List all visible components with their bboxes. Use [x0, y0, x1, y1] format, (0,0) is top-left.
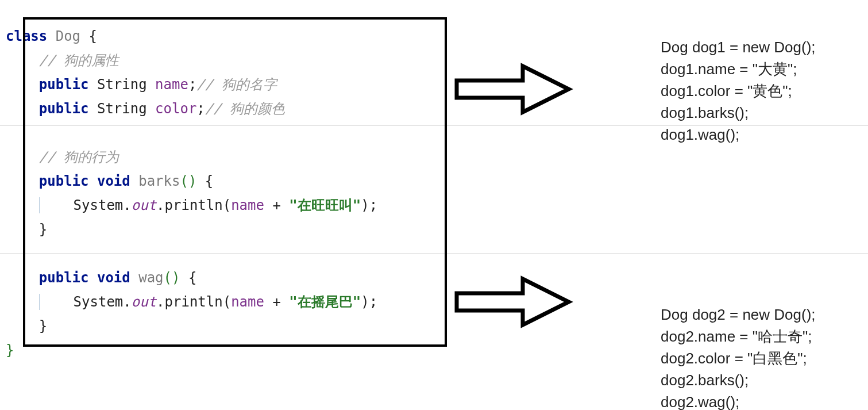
dot: . [123, 197, 131, 213]
semicolon: ; [196, 101, 205, 117]
parens: () [180, 173, 196, 189]
class-name: Dog [56, 28, 80, 44]
indent-guide [39, 197, 40, 213]
comment-field-name: // 狗的名字 [196, 76, 276, 93]
usage1-line4: dog1.barks(); [661, 104, 749, 121]
keyword-void: void [97, 173, 130, 189]
arrow-icon-bottom [454, 273, 574, 331]
indent-guide [39, 294, 40, 310]
usage2-line2: dog2.name = "哈士奇"; [661, 328, 812, 345]
diagram-canvas: class Dog { // 狗的属性 public String name;/… [0, 0, 868, 410]
brace-close: } [39, 221, 47, 237]
method-barks: barks [138, 173, 180, 189]
system: System [74, 294, 124, 310]
plus: + [264, 197, 289, 213]
keyword-class: class [6, 28, 47, 44]
dot: . [156, 197, 164, 213]
plus: + [264, 294, 289, 310]
usage2-line4: dog2.barks(); [661, 371, 749, 389]
comment-attributes: // 狗的属性 [39, 52, 119, 68]
usage1-line2: dog1.name = "大黄"; [661, 60, 797, 78]
usage1-line3: dog1.color = "黄色"; [661, 82, 792, 99]
field-name: name [155, 76, 188, 93]
println: println [165, 294, 223, 310]
type-string: String [97, 76, 147, 93]
usage2-line3: dog2.color = "白黑色"; [661, 350, 807, 367]
paren-close: ) [361, 294, 369, 310]
semicolon: ; [188, 76, 196, 93]
out-field: out [132, 294, 156, 310]
paren-open: ( [223, 197, 231, 213]
paren-open: ( [223, 294, 231, 310]
usage1-line1: Dog dog1 = new Dog(); [661, 39, 816, 56]
class-definition-code: class Dog { // 狗的属性 public String name;/… [6, 0, 377, 362]
semicolon: ; [369, 294, 377, 310]
brace-open: { [205, 173, 213, 189]
keyword-public: public [39, 173, 89, 189]
string-wag: "在摇尾巴" [289, 294, 361, 310]
comment-behaviors: // 狗的行为 [39, 149, 119, 165]
keyword-void: void [97, 270, 130, 286]
out-field: out [132, 197, 156, 213]
keyword-public: public [39, 270, 89, 286]
comment-field-color: // 狗的颜色 [205, 101, 285, 117]
brace-open: { [188, 270, 196, 286]
usage2-line1: Dog dog2 = new Dog(); [661, 306, 816, 323]
field-color: color [155, 101, 196, 117]
dot: . [156, 294, 164, 310]
usage-code-dog2: Dog dog2 = new Dog(); dog2.name = "哈士奇";… [661, 282, 816, 410]
paren-close: ) [361, 197, 369, 213]
usage2-line5: dog2.wag(); [661, 393, 739, 410]
keyword-public: public [39, 76, 89, 93]
class-brace-close: } [6, 342, 14, 358]
method-wag: wag [138, 270, 163, 286]
arrow-icon-top [454, 60, 574, 118]
arg-name: name [231, 294, 264, 310]
brace-close: } [39, 318, 47, 334]
string-barks: "在旺旺叫" [289, 197, 361, 213]
semicolon: ; [369, 197, 377, 213]
system: System [74, 197, 124, 213]
keyword-public: public [39, 101, 89, 117]
type-string: String [97, 101, 147, 117]
arg-name: name [231, 197, 264, 213]
dot: . [123, 294, 131, 310]
println: println [165, 197, 223, 213]
parens: () [164, 270, 180, 286]
usage-code-dog1: Dog dog1 = new Dog(); dog1.name = "大黄"; … [661, 14, 816, 145]
brace-open: { [89, 28, 97, 44]
usage1-line5: dog1.wag(); [661, 126, 739, 143]
